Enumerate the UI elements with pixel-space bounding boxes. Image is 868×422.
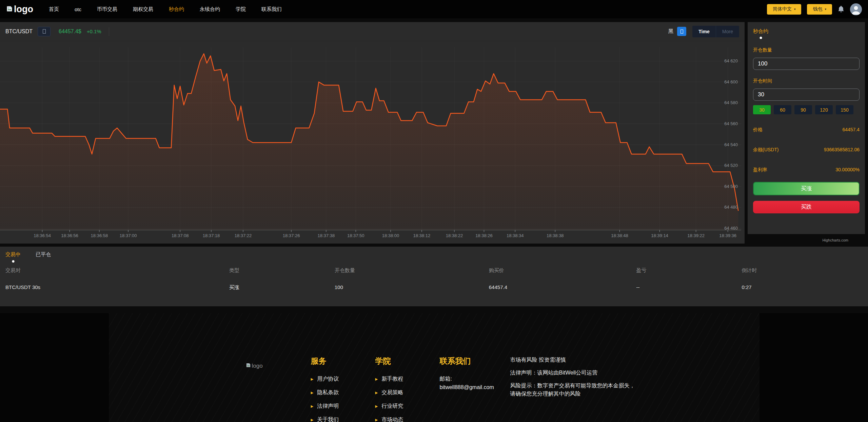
footer-column-title: 学院 (375, 356, 440, 366)
buy-down-button[interactable]: 买跌 (753, 201, 860, 213)
nav-item-币币交易[interactable]: 币币交易 (97, 6, 117, 13)
panel-title: 秒合约 (753, 28, 768, 39)
footer-link-法律声明[interactable]: ▶法律声明 (311, 403, 375, 410)
theme-label: 黑 (668, 28, 673, 35)
logo-text: logo (14, 5, 33, 14)
email-label: 邮箱: (440, 376, 510, 383)
footer-link-columns: 服务▶用户协议▶隐私条款▶法律声明▶关于我们学院▶新手教程▶交易策略▶行业研究▶… (311, 356, 440, 422)
table-cell: BTC/USDT 30s (5, 284, 229, 291)
svg-text:64 600: 64 600 (724, 79, 738, 84)
table-row: BTC/USDT 30s买涨10064457.4--0:27 (5, 284, 863, 291)
column-header: 开仓数量 (335, 267, 489, 274)
svg-text:64 460: 64 460 (724, 226, 738, 231)
chevron-down-icon: ▾ (794, 7, 796, 11)
svg-text:18:36:58: 18:36:58 (91, 233, 108, 238)
footer-link-交易策略[interactable]: ▶交易策略 (375, 389, 440, 396)
footer-link-关于我们[interactable]: ▶关于我们 (311, 416, 375, 422)
nav-item-秒合约[interactable]: 秒合约 (169, 6, 184, 13)
column-header: 类型 (229, 267, 335, 274)
footer-link-用户协议[interactable]: ▶用户协议 (311, 376, 375, 383)
tab-time[interactable]: Time (692, 26, 716, 37)
arrow-right-icon: ▶ (375, 377, 378, 381)
profit-rate-value: 30.00000% (835, 167, 860, 173)
footer-link-label: 新手教程 (381, 376, 403, 383)
theme-toggle-button[interactable] (677, 27, 686, 36)
buy-up-button[interactable]: 买涨 (753, 182, 860, 195)
balance-value: 93663585812.06 (824, 147, 860, 153)
price-row: 价格 64457.4 (753, 127, 860, 133)
positions-tabs: 交易中已平仓 (5, 251, 863, 263)
language-button[interactable]: 简体中文 ▾ (767, 4, 802, 15)
notification-bell-icon[interactable] (838, 6, 844, 13)
svg-text:64 540: 64 540 (724, 142, 738, 147)
broken-image-icon (6, 5, 13, 14)
footer-logo[interactable]: logo (246, 363, 311, 422)
quantity-input[interactable] (753, 58, 860, 70)
email-address: bitwell888@gmail.com (440, 384, 510, 390)
balance-label: 余额(USDT) (753, 147, 778, 153)
duration-button-150[interactable]: 150 (836, 105, 853, 114)
duration-button-30[interactable]: 30 (753, 105, 771, 114)
nav-item-联系我们[interactable]: 联系我们 (261, 6, 282, 13)
svg-text:18:38:12: 18:38:12 (413, 233, 431, 238)
footer-link-隐私条款[interactable]: ▶隐私条款 (311, 389, 375, 396)
svg-text:18:36:54: 18:36:54 (34, 233, 51, 238)
positions-tab-已平仓[interactable]: 已平仓 (36, 251, 51, 263)
language-button-label: 简体中文 (773, 6, 792, 12)
navbar-right: 简体中文 ▾ 钱包 ▾ (767, 3, 862, 15)
footer-link-label: 交易策略 (381, 389, 403, 396)
profit-rate-label: 盈利率 (753, 167, 767, 173)
table-cell: 64457.4 (489, 284, 636, 291)
arrow-right-icon: ▶ (311, 391, 314, 395)
svg-text:18:37:26: 18:37:26 (283, 233, 300, 238)
price-value: 64457.4 (842, 127, 860, 133)
column-header: 交易对 (5, 267, 229, 274)
nav-item-首页[interactable]: 首页 (49, 6, 59, 13)
arrow-right-icon: ▶ (375, 391, 378, 395)
open-time-input[interactable] (753, 89, 860, 101)
footer-box: logo 服务▶用户协议▶隐私条款▶法律声明▶关于我们学院▶新手教程▶交易策略▶… (109, 313, 760, 422)
balance-row: 余额(USDT) 93663585812.06 (753, 147, 860, 153)
svg-text:18:38:22: 18:38:22 (446, 233, 463, 238)
duration-button-120[interactable]: 120 (815, 105, 833, 114)
chart-area: 18:36:5418:36:5618:36:5818:37:0018:37:08… (0, 41, 745, 243)
svg-text:18:37:00: 18:37:00 (120, 233, 137, 238)
footer-column-title: 服务 (311, 356, 375, 366)
footer-link-市场动态[interactable]: ▶市场动态 (375, 416, 440, 422)
footer-link-label: 行业研究 (381, 403, 403, 410)
footer: logo 服务▶用户协议▶隐私条款▶法律声明▶关于我们学院▶新手教程▶交易策略▶… (0, 313, 868, 422)
nav-item-学院[interactable]: 学院 (236, 6, 246, 13)
footer-link-行业研究[interactable]: ▶行业研究 (375, 403, 440, 410)
svg-text:18:38:34: 18:38:34 (507, 233, 524, 238)
footer-link-新手教程[interactable]: ▶新手教程 (375, 376, 440, 383)
nav-item-永续合约[interactable]: 永续合约 (200, 6, 220, 13)
arrow-right-icon: ▶ (311, 377, 314, 381)
user-avatar[interactable] (850, 3, 862, 15)
header-divider (109, 27, 109, 36)
placeholder-glyph (43, 29, 46, 34)
pair-selector-button[interactable] (38, 27, 51, 36)
price-chart: 18:36:5418:36:5618:36:5818:37:0018:37:08… (0, 41, 745, 243)
footer-contact: 联系我们 邮箱: bitwell888@gmail.com (440, 356, 510, 422)
nav-item-otc[interactable]: otc (75, 6, 81, 12)
svg-text:64 520: 64 520 (724, 163, 738, 168)
logo[interactable]: logo (6, 5, 33, 14)
svg-text:18:39:36: 18:39:36 (719, 233, 736, 238)
wallet-button[interactable]: 钱包 ▾ (807, 4, 832, 15)
footer-column-服务: 服务▶用户协议▶隐私条款▶法律声明▶关于我们 (311, 356, 375, 422)
positions-tab-交易中[interactable]: 交易中 (5, 251, 21, 263)
duration-button-60[interactable]: 60 (774, 105, 791, 114)
chart-panel: BTC/USDT 64457.4$ +0.1% 黑 Time More 18:3… (0, 22, 745, 244)
table-cell: -- (636, 284, 742, 291)
arrow-right-icon: ▶ (311, 404, 314, 408)
current-price: 64457.4$ (59, 28, 81, 35)
trade-panel: 秒合约 开仓数量 开仓时间 306090120150 价格 64457.4 余额… (748, 22, 865, 234)
svg-text:18:38:38: 18:38:38 (547, 233, 564, 238)
chart-range-tabs: Time More (692, 26, 739, 37)
highcharts-credit[interactable]: Highcharts.com (823, 238, 848, 242)
footer-link-label: 法律声明 (317, 403, 339, 410)
tab-more[interactable]: More (716, 26, 739, 37)
duration-button-90[interactable]: 90 (794, 105, 812, 114)
nav-item-期权交易[interactable]: 期权交易 (133, 6, 153, 13)
footer-link-label: 关于我们 (317, 416, 339, 422)
